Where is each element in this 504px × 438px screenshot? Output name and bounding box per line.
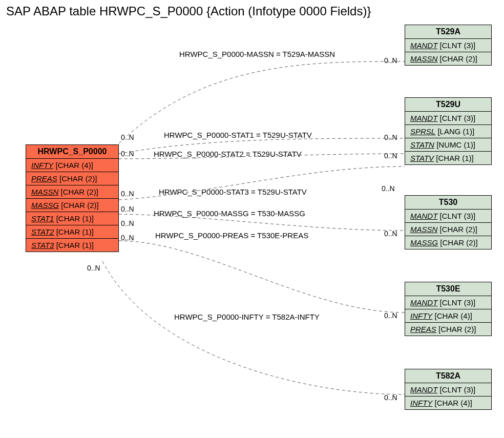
entity-hrwpc-s-p0000: HRWPC_S_P0000 INFTY [CHAR (4)] PREAS [CH… [26, 144, 119, 252]
field-row: MANDT [CLNT (3)] [405, 210, 491, 223]
field-row: MANDT [CLNT (3)] [405, 296, 491, 309]
relation-label: HRWPC_S_P0000-STAT3 = T529U-STATV [159, 187, 307, 196]
cardinality: 0..N [384, 152, 397, 160]
relation-label: HRWPC_S_P0000-INFTY = T582A-INFTY [174, 312, 320, 321]
field-row: PREAS [CHAR (2)] [26, 172, 118, 185]
field-row: INFTY [CHAR (4)] [405, 309, 491, 323]
entity-t529a: T529A MANDT [CLNT (3)] MASSN [CHAR (2)] [405, 25, 492, 66]
cardinality: 0..N [382, 184, 395, 193]
field-row: MANDT [CLNT (3)] [405, 112, 491, 125]
field-row: SPRSL [LANG (1)] [405, 125, 491, 138]
field-row: MASSN [CHAR (2)] [405, 52, 491, 65]
field-row: INFTY [CHAR (4)] [405, 397, 491, 409]
field-row: INFTY [CHAR (4)] [26, 159, 118, 172]
entity-header: T582A [405, 369, 491, 383]
entity-header: T529U [405, 98, 491, 112]
cardinality: 0..N [121, 150, 134, 158]
field-row: MANDT [CLNT (3)] [405, 39, 491, 52]
cardinality: 0..N [121, 234, 134, 242]
field-row: STAT2 [CHAR (1)] [26, 225, 118, 239]
cardinality: 0..N [121, 133, 134, 141]
entity-header: T530 [405, 196, 491, 210]
relation-label: HRWPC_S_P0000-MASSG = T530-MASSG [154, 209, 305, 218]
field-row: MASSN [CHAR (2)] [405, 223, 491, 236]
diagram-title: SAP ABAP table HRWPC_S_P0000 {Action (In… [6, 4, 371, 18]
cardinality: 0..N [384, 311, 397, 320]
entity-t530e: T530E MANDT [CLNT (3)] INFTY [CHAR (4)] … [405, 282, 492, 336]
field-row: MASSG [CHAR (2)] [26, 199, 118, 212]
field-row: MANDT [CLNT (3)] [405, 383, 491, 397]
cardinality: 0..N [384, 133, 397, 141]
entity-t530: T530 MANDT [CLNT (3)] MASSN [CHAR (2)] M… [405, 195, 492, 249]
field-row: MASSG [CHAR (2)] [405, 236, 491, 249]
cardinality: 0..N [384, 230, 397, 238]
cardinality: 0..N [121, 190, 134, 198]
relation-label: HRWPC_S_P0000-PREAS = T530E-PREAS [155, 231, 308, 240]
cardinality: 0..N [121, 219, 134, 227]
field-row: STAT1 [CHAR (1)] [26, 212, 118, 225]
relation-label: HRWPC_S_P0000-MASSN = T529A-MASSN [179, 50, 335, 58]
relation-label: HRWPC_S_P0000-STAT1 = T529U-STATV [164, 131, 312, 139]
relation-label: HRWPC_S_P0000-STAT2 = T529U-STATV [154, 150, 302, 158]
cardinality: 0..N [121, 205, 134, 213]
entity-t582a: T582A MANDT [CLNT (3)] INFTY [CHAR (4)] [405, 369, 492, 410]
entity-header: T529A [405, 25, 491, 39]
entity-t529u: T529U MANDT [CLNT (3)] SPRSL [LANG (1)] … [405, 97, 492, 165]
field-row: PREAS [CHAR (2)] [405, 323, 491, 336]
field-row: MASSN [CHAR (2)] [26, 185, 118, 199]
cardinality: 0..N [384, 393, 397, 402]
entity-header: HRWPC_S_P0000 [26, 145, 118, 159]
field-row: STATV [CHAR (1)] [405, 152, 491, 164]
entity-header: T530E [405, 282, 491, 296]
cardinality: 0..N [384, 56, 397, 65]
field-row: STAT3 [CHAR (1)] [26, 239, 118, 252]
cardinality: 0..N [87, 264, 100, 272]
field-row: STATN [NUMC (1)] [405, 138, 491, 152]
